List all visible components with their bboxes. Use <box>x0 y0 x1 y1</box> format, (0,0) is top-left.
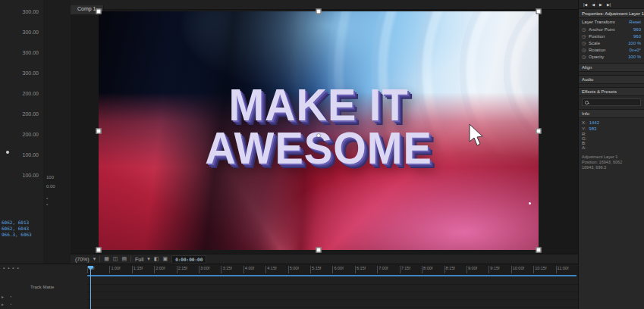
grid-icon[interactable]: ▦ <box>104 256 109 262</box>
stopwatch-icon[interactable]: ◷ <box>582 40 586 45</box>
previous-frame-button[interactable]: ◀ <box>592 2 595 7</box>
keyframe-marker[interactable] <box>6 151 9 154</box>
ruler-tick-label[interactable]: 7:15f <box>400 266 422 273</box>
mask-visibility-icon[interactable]: ◫ <box>113 256 118 262</box>
timeline-layer-column: ▪ ▪ ▪ ▪ Track Matte ▸ ▸ ◔ ◔ <box>0 264 88 309</box>
column-icon[interactable]: ▪ <box>12 266 14 270</box>
property-value[interactable]: 0x+0° <box>629 48 641 52</box>
zoom-dropdown-icon[interactable]: ▾ <box>93 256 96 262</box>
selection-handle[interactable] <box>316 248 322 253</box>
layer-transform-label: Layer Transform <box>582 20 615 24</box>
effects-search-input[interactable] <box>582 98 641 106</box>
current-timecode[interactable]: 0:00:00:00 <box>171 255 206 264</box>
property-value[interactable]: 100 % <box>628 55 641 59</box>
stopwatch-icon[interactable]: ◷ <box>582 54 586 59</box>
info-coordinate-value: 983 <box>589 126 596 132</box>
ruler-tick-label[interactable]: 3:00f <box>199 266 221 273</box>
column-icon[interactable]: ▪ <box>3 266 5 270</box>
ruler-tick-label[interactable]: 4:00f <box>243 266 265 273</box>
coordinate-readout: 6062, 6013 <box>2 220 32 226</box>
bracket-icon: ▪ <box>46 201 48 208</box>
ruler-tick-label[interactable]: 5:00f <box>288 266 310 273</box>
title-line-1: MAKE IT <box>99 83 539 126</box>
time-ruler[interactable]: 15f1:00f1:15f2:00f2:15f3:00f3:15f4:00f4:… <box>87 266 578 273</box>
stopwatch-icon[interactable]: ◷ <box>582 27 586 32</box>
anchor-point[interactable] <box>317 134 320 137</box>
property-value[interactable]: 960 <box>633 34 641 39</box>
ruler-tick-label[interactable]: 2:15f <box>177 266 199 273</box>
ruler-tick-label[interactable]: 8:00f <box>422 266 444 273</box>
resolution-select[interactable]: Full <box>135 257 143 262</box>
selection-handle[interactable] <box>536 9 542 14</box>
composition-canvas[interactable]: MAKE IT AWESOME <box>99 11 539 250</box>
ruler-tick-label[interactable]: 6:00f <box>332 266 354 273</box>
property-label: Position <box>589 34 631 39</box>
selection-handle[interactable] <box>96 248 102 253</box>
ruler-tick-label[interactable]: 9:15f <box>488 266 510 273</box>
info-panel-body: X:1442Y:983 R:G:B:A: <box>579 118 644 151</box>
coordinate-readout: 6062, 6043 <box>2 226 32 232</box>
work-area-bar[interactable] <box>87 275 576 276</box>
selection-handle[interactable] <box>96 9 102 14</box>
ruler-tick-label[interactable]: 5:15f <box>310 266 332 273</box>
column-icon[interactable]: ▪ <box>8 266 9 270</box>
ruler-tick-label[interactable]: 1:15f <box>132 266 154 273</box>
ruler-tick-label[interactable]: 7:00f <box>377 266 399 273</box>
section-effects-presets[interactable]: Effects & Presets <box>579 87 644 96</box>
property-label: Anchor Point <box>589 27 631 32</box>
selection-handle[interactable] <box>316 9 322 14</box>
snapshot-icon[interactable]: ▣ <box>163 256 168 262</box>
selection-handle[interactable] <box>536 128 542 133</box>
ruler-tick-label[interactable]: 10:15f <box>533 266 555 273</box>
column-icon[interactable]: ▪ <box>17 266 18 270</box>
coordinate-readouts: 6062, 60136062, 6043966.3, 6063 <box>2 220 32 238</box>
ruler-tick-label[interactable]: 6:15f <box>355 266 377 273</box>
reset-button[interactable]: Reset <box>629 20 641 24</box>
info-channel-label: A: <box>582 145 641 150</box>
section-info[interactable]: Info <box>579 109 644 118</box>
composition-viewer-panel: Comp 1 MAKE IT AWESOME <box>71 0 578 264</box>
zoom-level[interactable]: (70%) <box>75 257 90 262</box>
toggle-icon[interactable]: ◔ <box>9 293 15 301</box>
info-channels: R:G:B:A: <box>582 132 641 150</box>
play-button[interactable]: ▶ <box>599 2 602 7</box>
expand-arrow-icon[interactable]: ▸ <box>2 301 4 308</box>
playhead-line[interactable] <box>90 266 91 309</box>
ruler-tick-label[interactable]: 10:00f <box>511 266 533 273</box>
layer-switch-toggles[interactable]: ◔ ◔ <box>9 293 15 308</box>
expand-arrow-icon[interactable]: ▸ <box>2 293 4 301</box>
stopwatch-icon[interactable]: ◷ <box>582 33 586 39</box>
timeline-tracks[interactable] <box>87 277 578 309</box>
ruler-tick-label[interactable]: 4:15f <box>265 266 287 273</box>
ruler-tick-label[interactable]: 8:15f <box>445 266 467 273</box>
scale-value: 100.00 <box>23 152 39 173</box>
section-audio[interactable]: Audio <box>579 75 644 84</box>
ruler-tick-label[interactable]: 9:00f <box>467 266 488 273</box>
property-label: Opacity <box>589 55 626 59</box>
layer-expand-arrows[interactable]: ▸ ▸ <box>2 293 4 308</box>
stopwatch-icon[interactable]: ◷ <box>582 47 586 52</box>
ruler-tick-label[interactable]: 3:15f <box>221 266 243 273</box>
toolbar-divider <box>130 256 131 262</box>
ruler-tick-label[interactable]: 11:00f <box>556 266 578 273</box>
scale-value: 300.00 <box>23 50 39 70</box>
viewer-toolbar: (70%) ▾ ▦ ◫ ▤ Full ▾ ◧ ▣ 0:00:00:00 <box>71 254 578 264</box>
selection-handle[interactable] <box>96 128 102 133</box>
resolution-dropdown-icon[interactable]: ▾ <box>147 256 150 262</box>
info-coordinates: X:1442Y:983 <box>582 120 641 132</box>
first-frame-button[interactable]: |◀ <box>583 2 587 7</box>
toggle-icon[interactable]: ◔ <box>9 301 15 308</box>
property-value[interactable]: 100 % <box>628 41 641 45</box>
timeline-panel: ▪ ▪ ▪ ▪ Track Matte ▸ ▸ ◔ ◔ 15f1:00f1:15… <box>0 264 578 309</box>
channels-icon[interactable]: ◧ <box>154 256 159 262</box>
scale-sub-value: 0.00 <box>46 182 55 191</box>
selection-handle[interactable] <box>536 248 542 253</box>
ruler-tick-label[interactable]: 2:00f <box>154 266 176 273</box>
next-frame-button[interactable]: ▶| <box>607 2 611 7</box>
ruler-tick-label[interactable]: 1:00f <box>109 266 131 273</box>
section-align[interactable]: Align <box>579 63 644 72</box>
property-value[interactable]: 960 <box>633 27 641 32</box>
timeline-left-strip: 1000.00 ▪ ▪ <box>43 0 71 264</box>
scale-sub-values: 1000.00 <box>46 173 55 191</box>
region-of-interest-icon[interactable]: ▤ <box>121 256 127 262</box>
